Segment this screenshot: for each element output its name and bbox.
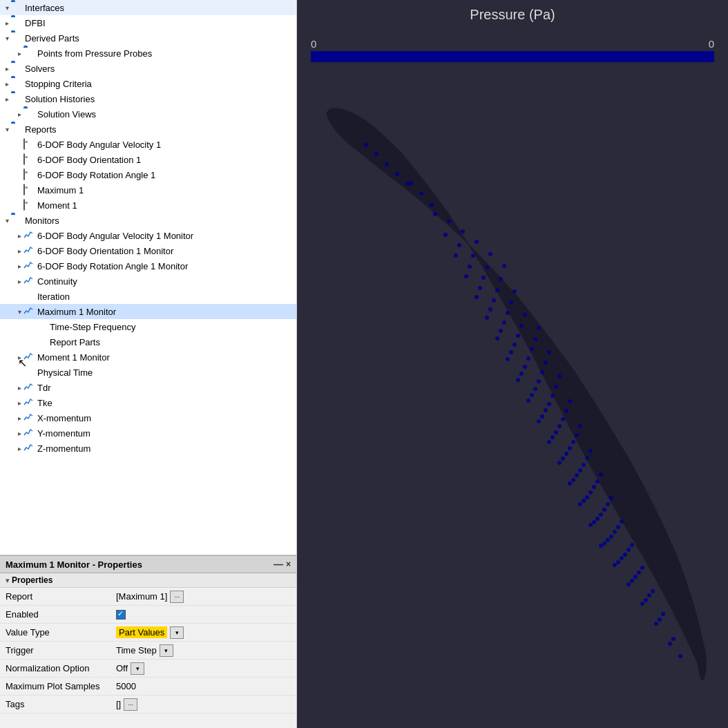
- folder-icon: [11, 2, 22, 13]
- tree-item-tdr[interactable]: ▸ Tdr: [0, 380, 296, 395]
- props-row-normalization-option: Normalization Option Off ▾: [0, 660, 296, 678]
- minimize-button[interactable]: —: [274, 559, 283, 570]
- text-btn[interactable]: ···: [170, 591, 184, 603]
- svg-point-97: [578, 502, 582, 506]
- toggle-arrow[interactable]: ▸: [15, 50, 23, 57]
- tree-item-interfaces[interactable]: ▾ Interfaces: [0, 0, 296, 15]
- toggle-arrow[interactable]: ▸: [3, 19, 11, 27]
- monitor-icon: [23, 276, 35, 287]
- folder-icon: [11, 17, 22, 28]
- tree-item-6dof-orientation-monitor[interactable]: ▸ 6-DOF Body Orientation 1 Monitor: [0, 243, 296, 258]
- toggle-arrow[interactable]: ▸: [15, 414, 23, 422]
- tree-item-derived-parts[interactable]: ▾ Derived Parts: [0, 30, 296, 46]
- tree-item-6dof-angular-velocity-monitor[interactable]: ▸ 6-DOF Body Angular Velocity 1 Monitor: [0, 228, 296, 243]
- dropdown-arrow[interactable]: ▾: [170, 626, 184, 639]
- report-icon: [23, 200, 35, 211]
- svg-point-75: [620, 519, 624, 524]
- toggle-arrow[interactable]: ▸: [15, 278, 23, 285]
- toggle-arrow[interactable]: ▸: [15, 111, 23, 118]
- tree-item-moment-1[interactable]: Moment 1: [0, 198, 296, 213]
- tree-container: ▾ Interfaces ▸ DFBI ▾ Derived Parts ▸ Po…: [0, 0, 296, 456]
- monitor-icon: [23, 397, 35, 408]
- tree-item-maximum-1[interactable]: Maximum 1: [0, 182, 296, 198]
- tree-item-6dof-rotation-angle-monitor[interactable]: ▸ 6-DOF Body Rotation Angle 1 Monitor: [0, 258, 296, 274]
- tree-item-x-momentum[interactable]: ▸ X-momentum: [0, 410, 296, 425]
- tree-item-label: Report Parts: [50, 337, 100, 347]
- dropdown-value: Off: [116, 663, 128, 673]
- svg-point-67: [595, 479, 600, 483]
- svg-point-12: [513, 289, 517, 294]
- svg-point-91: [582, 499, 586, 503]
- text-btn[interactable]: ···: [124, 698, 137, 711]
- tree-item-dfbi[interactable]: ▸ DFBI: [0, 15, 296, 30]
- svg-point-116: [668, 642, 672, 646]
- tree-item-physical-time[interactable]: Physical Time: [0, 365, 296, 380]
- svg-point-77: [561, 457, 565, 461]
- monitor-icon: [23, 382, 35, 393]
- tree-item-z-momentum[interactable]: ▸ Z-momentum: [0, 441, 296, 456]
- tree-item-y-momentum[interactable]: ▸ Y-momentum: [0, 425, 296, 441]
- toggle-arrow[interactable]: ▸: [15, 430, 23, 437]
- tree-panel[interactable]: ▾ Interfaces ▸ DFBI ▾ Derived Parts ▸ Po…: [0, 0, 296, 555]
- tree-item-points-from-pressure-probes[interactable]: ▸ Points from Pressure Probes: [0, 46, 296, 61]
- dropdown-arrow[interactable]: ▾: [160, 644, 173, 657]
- svg-point-118: [409, 181, 413, 185]
- svg-point-82: [630, 543, 634, 547]
- svg-point-24: [519, 324, 524, 328]
- tree-item-moment-1-monitor[interactable]: ▸ Moment 1 Monitor: [0, 349, 296, 365]
- svg-point-35: [499, 329, 503, 333]
- svg-point-84: [571, 478, 575, 482]
- tree-item-monitors[interactable]: ▾ Monitors: [0, 213, 296, 228]
- tree-item-maximum-1-monitor[interactable]: ▾ Maximum 1 Monitor: [0, 304, 296, 319]
- tree-item-label: Interfaces: [25, 3, 64, 13]
- pressure-title: Pressure (Pa): [297, 7, 728, 23]
- left-panel: ▾ Interfaces ▸ DFBI ▾ Derived Parts ▸ Po…: [0, 0, 297, 728]
- tree-item-report-parts[interactable]: Report Parts: [0, 334, 296, 349]
- toggle-arrow[interactable]: ▸: [3, 65, 11, 73]
- toggle-arrow[interactable]: ▸: [15, 445, 23, 452]
- svg-rect-0: [297, 62, 728, 728]
- toggle-arrow[interactable]: ▸: [15, 247, 23, 255]
- section-toggle[interactable]: ▾: [6, 577, 9, 584]
- toggle-arrow[interactable]: ▾: [3, 35, 11, 42]
- section-label: Properties: [12, 575, 52, 585]
- tree-item-iteration[interactable]: Iteration: [0, 289, 296, 304]
- svg-point-101: [633, 575, 638, 579]
- svg-point-71: [564, 452, 568, 456]
- toggle-arrow[interactable]: ▸: [3, 80, 11, 88]
- toggle-arrow[interactable]: ▾: [3, 4, 11, 12]
- toggle-arrow[interactable]: ▸: [15, 399, 23, 407]
- tree-item-label: Continuity: [37, 276, 77, 287]
- toggle-arrow[interactable]: ▸: [3, 95, 11, 103]
- close-button[interactable]: ×: [286, 559, 291, 569]
- svg-point-106: [616, 560, 620, 564]
- folder-icon: [11, 63, 22, 74]
- monitor-icon: [23, 245, 35, 256]
- toggle-arrow[interactable]: ▸: [15, 232, 23, 240]
- tree-item-continuity[interactable]: ▸ Continuity: [0, 274, 296, 289]
- tree-item-solution-views[interactable]: ▸ Solution Views: [0, 106, 296, 122]
- tree-item-6dof-angular-velocity[interactable]: 6-DOF Body Angular Velocity 1: [0, 137, 296, 152]
- svg-point-49: [519, 372, 524, 376]
- toggle-arrow[interactable]: ▸: [15, 384, 23, 392]
- svg-point-1: [433, 212, 437, 216]
- tree-item-time-step-frequency[interactable]: Time-Step Frequency: [0, 319, 296, 334]
- properties-header: Maximum 1 Monitor - Properties — ×: [0, 556, 296, 573]
- svg-point-56: [530, 393, 534, 397]
- tree-item-reports[interactable]: ▾ Reports: [0, 122, 296, 137]
- tree-item-label: Physical Time: [37, 367, 93, 378]
- toggle-arrow[interactable]: ▾: [15, 308, 23, 316]
- toggle-arrow[interactable]: ▾: [3, 217, 11, 224]
- tree-item-6dof-orientation[interactable]: 6-DOF Body Orientation 1: [0, 152, 296, 167]
- tree-item-tke[interactable]: ▸ Tke: [0, 395, 296, 410]
- toggle-arrow[interactable]: ▸: [15, 262, 23, 270]
- tree-item-6dof-rotation-angle[interactable]: 6-DOF Body Rotation Angle 1: [0, 167, 296, 182]
- tree-item-solution-histories[interactable]: ▸ Solution Histories: [0, 91, 296, 106]
- dropdown-arrow[interactable]: ▾: [131, 662, 144, 675]
- checkbox-enabled[interactable]: [116, 610, 126, 620]
- svg-point-39: [554, 385, 558, 389]
- tree-item-stopping-criteria[interactable]: ▸ Stopping Criteria: [0, 76, 296, 91]
- svg-point-110: [671, 637, 676, 641]
- toggle-arrow[interactable]: ▾: [3, 126, 11, 133]
- tree-item-solvers[interactable]: ▸ Solvers: [0, 61, 296, 76]
